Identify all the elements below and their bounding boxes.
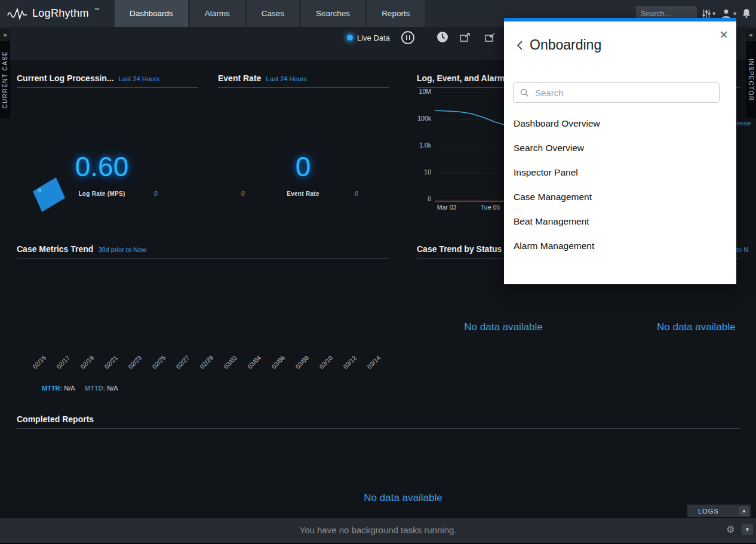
export-button[interactable]: [485, 33, 496, 45]
live-data-label: Live Data: [357, 33, 390, 42]
y-tick-label: 10: [413, 168, 431, 176]
x-tick-label: 02/15: [24, 354, 48, 378]
logs-drawer-tab[interactable]: LOGS ▲: [687, 505, 751, 517]
menu-item-inspector-panel[interactable]: Inspector Panel: [514, 160, 726, 185]
y-tick-label: 1.0k: [413, 142, 431, 149]
search-icon: [520, 88, 529, 97]
widget-subtitle: Last 24 Hours: [119, 75, 159, 82]
widget-header-completed-reports: Completed Reports: [17, 414, 740, 429]
preferences-menu-button[interactable]: ▾: [702, 9, 715, 19]
onboarding-search: [513, 82, 720, 103]
onboarding-header: Onboarding: [516, 37, 601, 53]
background-tasks-status: You have no background tasks running.: [0, 525, 756, 535]
x-tick-label: Mar 03: [431, 204, 462, 211]
widget-title: Event Rate: [218, 73, 261, 83]
widget-header-log-processing: Current Log Processin... Last 24 Hours: [17, 73, 198, 88]
y-tick-label: 100k: [413, 115, 431, 122]
x-tick-label: 02/19: [72, 354, 96, 378]
menu-item-alarm-management[interactable]: Alarm Management: [514, 233, 726, 258]
bell-icon: [742, 8, 751, 19]
x-tick-label: 03/10: [311, 354, 334, 378]
onboarding-panel: × Onboarding Dashboard Overview Search O…: [504, 18, 736, 284]
x-tick-label: 03/04: [239, 354, 263, 378]
widget-header-case-metrics: Case Metrics Trend 30d prior to Now: [17, 244, 389, 259]
x-tick-label: 02/23: [119, 354, 143, 378]
logrhythm-logo[interactable]: LogRhythm™: [7, 0, 99, 27]
menu-item-search-overview[interactable]: Search Overview: [514, 136, 726, 160]
expand-right-icon[interactable]: »: [0, 29, 10, 41]
widget-title: Completed Reports: [17, 414, 94, 424]
add-widget-button[interactable]: [460, 33, 471, 45]
gauge-max-label: 0: [154, 190, 158, 197]
mttr-label: MTTR:: [42, 385, 62, 392]
subtitle-fragment: to N: [736, 246, 748, 253]
gauge-max-label: 0: [355, 190, 358, 197]
menu-item-dashboard-overview[interactable]: Dashboard Overview: [514, 111, 726, 136]
arrow-up-icon: ▲: [742, 508, 746, 514]
y-tick-label: 10M: [413, 88, 431, 95]
event-rate-value: 0: [224, 150, 382, 183]
widget-header-event-rate: Event Rate Last 24 Hours: [218, 73, 389, 88]
tab-cases[interactable]: Cases: [247, 0, 299, 27]
event-rate-unit-label: Event Rate: [224, 190, 382, 197]
current-case-label: CURRENT CASE: [2, 41, 8, 118]
primary-nav: Dashboards Alarms Cases Searches Reports: [115, 0, 425, 27]
expand-left-icon[interactable]: «: [746, 29, 756, 41]
x-tick-label: 03/02: [215, 354, 239, 378]
inspector-drawer-tab[interactable]: « INSPECTOR: [746, 29, 756, 118]
no-data-message: No data available: [444, 321, 563, 333]
tab-reports[interactable]: Reports: [367, 0, 425, 27]
x-tick-label: 02/27: [167, 354, 191, 378]
gear-icon[interactable]: ⚙: [726, 524, 735, 535]
y-tick-label: 0: [413, 195, 431, 202]
brand-name: LogRhythm: [32, 7, 89, 20]
close-icon[interactable]: ×: [720, 27, 728, 42]
widget-subtitle: 30d prior to Now: [98, 246, 146, 253]
live-data-indicator: [347, 35, 353, 41]
widget-title: Log, Event, and Alarm...: [417, 73, 512, 83]
chevron-left-icon: [516, 40, 523, 51]
inspector-label: INSPECTOR: [748, 41, 754, 118]
x-tick-label: Tue 05: [475, 204, 506, 211]
mttd-label: MTTD:: [85, 385, 105, 392]
onboarding-title: Onboarding: [530, 37, 601, 53]
user-menu-button[interactable]: ▾: [721, 8, 736, 19]
logs-expand-button[interactable]: ▲: [739, 506, 749, 516]
tab-searches[interactable]: Searches: [301, 0, 365, 27]
legend-fragment: esse: [737, 119, 751, 127]
x-tick-label: 03/12: [334, 354, 358, 378]
onboarding-menu: Dashboard Overview Search Overview Inspe…: [514, 111, 726, 258]
widget-title: Current Log Processin...: [17, 73, 114, 83]
pause-button[interactable]: [401, 31, 414, 44]
sliders-icon: [702, 9, 711, 19]
no-data-message: No data available: [334, 492, 472, 504]
popout-icon: [460, 33, 471, 42]
onboarding-search-input[interactable]: [513, 82, 720, 103]
no-data-message: No data available: [657, 321, 735, 333]
x-tick-label: 02/25: [143, 354, 167, 378]
x-tick-label: 03/08: [287, 354, 311, 378]
notifications-button[interactable]: [742, 8, 751, 19]
background-tasks-bar: You have no background tasks running. ⚙ …: [0, 517, 756, 543]
back-button[interactable]: [516, 40, 523, 51]
logs-label: LOGS: [698, 508, 719, 515]
collapse-bar-button[interactable]: ▼: [742, 524, 753, 535]
export-icon: [485, 33, 496, 42]
widget-title: Case Metrics Trend: [17, 244, 93, 254]
menu-item-beat-management[interactable]: Beat Management: [514, 209, 726, 233]
brand-waveform-icon: [7, 7, 27, 20]
trademark: ™: [94, 7, 99, 13]
clock-icon: [437, 31, 448, 43]
time-range-button[interactable]: [437, 31, 448, 45]
mttr-value: N/A: [64, 385, 75, 392]
user-icon: [721, 8, 732, 19]
x-tick-label: 02/17: [48, 354, 72, 378]
current-case-drawer-tab[interactable]: » CURRENT CASE: [0, 29, 10, 118]
menu-item-case-management[interactable]: Case Management: [514, 185, 726, 209]
tab-alarms[interactable]: Alarms: [190, 0, 245, 27]
widget-subtitle: Last 24 Hours: [266, 75, 306, 82]
tab-dashboards[interactable]: Dashboards: [115, 0, 188, 27]
chevron-down-icon: ▾: [712, 10, 715, 17]
arrow-down-icon: ▼: [745, 527, 750, 533]
x-tick-label: 02/29: [191, 354, 215, 378]
